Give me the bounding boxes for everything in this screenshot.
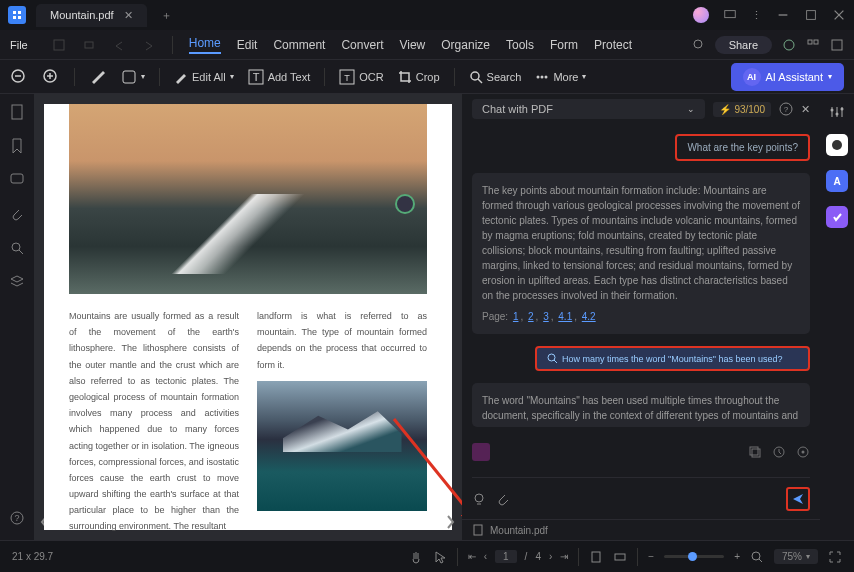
- add-text-button[interactable]: T Add Text: [248, 69, 311, 85]
- menu-convert[interactable]: Convert: [341, 38, 383, 52]
- attach-icon[interactable]: [496, 492, 510, 506]
- print-icon[interactable]: [82, 38, 96, 52]
- undo-icon[interactable]: [112, 38, 126, 52]
- zoom-out-icon[interactable]: [10, 68, 28, 86]
- layers-icon[interactable]: [9, 274, 25, 290]
- settings-icon[interactable]: [796, 445, 810, 459]
- grid-icon[interactable]: [806, 38, 820, 52]
- svg-rect-9: [54, 40, 64, 50]
- attachment-name: Mountain.pdf: [490, 525, 548, 536]
- svg-rect-10: [85, 42, 93, 48]
- kebab-menu-icon[interactable]: ⋮: [751, 9, 762, 22]
- chat-help-icon[interactable]: ?: [779, 102, 793, 116]
- history-icon[interactable]: [772, 445, 786, 459]
- new-tab-button[interactable]: ＋: [153, 4, 180, 27]
- chat-mode-dropdown[interactable]: Chat with PDF ⌄: [472, 99, 705, 119]
- maximize-icon[interactable]: [804, 8, 818, 22]
- zoom-in-icon[interactable]: [42, 68, 60, 86]
- ai-chat-icon[interactable]: [826, 134, 848, 156]
- fullscreen-icon[interactable]: [828, 550, 842, 564]
- fit-width-icon[interactable]: [613, 550, 627, 564]
- pdf-file-icon: [472, 524, 484, 536]
- last-page-icon[interactable]: ⇥: [560, 551, 568, 562]
- zoom-level-dropdown[interactable]: 75%▾: [774, 549, 818, 564]
- close-panel-icon[interactable]: ✕: [801, 103, 810, 116]
- close-tab-icon[interactable]: ✕: [124, 9, 133, 22]
- ai-icon: AI: [743, 68, 761, 86]
- lightbulb-prompt-icon[interactable]: [472, 492, 486, 506]
- menu-edit[interactable]: Edit: [237, 38, 258, 52]
- ai-assistant-button[interactable]: AI AI Assistant▾: [731, 63, 844, 91]
- search-panel-icon[interactable]: [9, 240, 25, 256]
- comment-panel-icon[interactable]: [9, 172, 25, 188]
- page-link[interactable]: 4.2: [582, 311, 596, 322]
- page-link[interactable]: 1: [513, 311, 519, 322]
- close-window-icon[interactable]: [832, 8, 846, 22]
- adjustments-icon[interactable]: [829, 104, 845, 120]
- shape-tool[interactable]: ▾: [121, 69, 145, 85]
- first-page-icon[interactable]: ⇤: [468, 551, 476, 562]
- svg-text:T: T: [252, 71, 259, 83]
- svg-rect-43: [752, 449, 760, 457]
- select-tool-icon[interactable]: [433, 550, 447, 564]
- zoom-reset-icon[interactable]: [750, 550, 764, 564]
- send-button[interactable]: [786, 487, 810, 511]
- copy-icon[interactable]: [748, 445, 762, 459]
- menu-comment[interactable]: Comment: [273, 38, 325, 52]
- menu-organize[interactable]: Organize: [441, 38, 490, 52]
- svg-point-59: [752, 552, 760, 560]
- minimize-icon[interactable]: [776, 8, 790, 22]
- comment-icon[interactable]: [723, 8, 737, 22]
- svg-line-41: [554, 360, 557, 363]
- document-viewport[interactable]: Mountains are usually formed as a result…: [34, 94, 462, 540]
- quick-save-icon[interactable]: [52, 38, 66, 52]
- svg-point-55: [841, 108, 844, 111]
- menu-home[interactable]: Home: [189, 36, 221, 54]
- svg-rect-42: [750, 447, 758, 455]
- highlight-icon[interactable]: [89, 68, 107, 86]
- user-avatar[interactable]: [693, 7, 709, 23]
- prev-page-nav-icon[interactable]: ‹: [484, 551, 487, 562]
- next-page-nav-icon[interactable]: ›: [549, 551, 552, 562]
- svg-line-34: [19, 250, 23, 254]
- app-logo-icon: [8, 6, 26, 24]
- ai-tool-icon[interactable]: A: [826, 170, 848, 192]
- page-icon[interactable]: [9, 104, 25, 120]
- svg-rect-0: [13, 11, 16, 14]
- cloud-icon[interactable]: [782, 38, 796, 52]
- menu-tools[interactable]: Tools: [506, 38, 534, 52]
- expand-icon[interactable]: [830, 38, 844, 52]
- menu-protect[interactable]: Protect: [594, 38, 632, 52]
- lightbulb-icon[interactable]: [691, 38, 705, 52]
- more-button[interactable]: More▾: [535, 70, 586, 84]
- menu-form[interactable]: Form: [550, 38, 578, 52]
- document-tab[interactable]: Mountain.pdf ✕: [36, 4, 147, 27]
- fit-page-icon[interactable]: [589, 550, 603, 564]
- zoom-out-status-icon[interactable]: −: [648, 551, 654, 562]
- page-dimensions: 21 x 29.7: [12, 551, 53, 562]
- zoom-slider[interactable]: [664, 555, 724, 558]
- file-menu[interactable]: File: [10, 39, 28, 51]
- bookmark-icon[interactable]: [9, 138, 25, 154]
- svg-rect-3: [18, 16, 21, 19]
- page-current[interactable]: 1: [495, 550, 517, 563]
- page-link[interactable]: 4.1: [558, 311, 572, 322]
- ocr-button[interactable]: T OCR: [339, 69, 383, 85]
- page-link[interactable]: 2: [528, 311, 534, 322]
- prompt-icon[interactable]: [472, 443, 490, 461]
- attachment-icon[interactable]: [9, 206, 25, 222]
- ai-message-1: The key points about mountain formation …: [472, 173, 810, 334]
- ai-summarize-icon[interactable]: [826, 206, 848, 228]
- share-button[interactable]: Share: [715, 36, 772, 54]
- redo-icon[interactable]: [142, 38, 156, 52]
- menu-view[interactable]: View: [399, 38, 425, 52]
- search-button[interactable]: Search: [469, 70, 522, 84]
- edit-all-button[interactable]: Edit All▾: [174, 70, 234, 84]
- svg-point-46: [802, 451, 805, 454]
- crop-button[interactable]: Crop: [398, 70, 440, 84]
- zoom-in-status-icon[interactable]: +: [734, 551, 740, 562]
- page-link[interactable]: 3: [543, 311, 549, 322]
- next-page-icon[interactable]: [446, 514, 456, 530]
- hand-tool-icon[interactable]: [409, 550, 423, 564]
- help-icon[interactable]: ?: [9, 510, 25, 526]
